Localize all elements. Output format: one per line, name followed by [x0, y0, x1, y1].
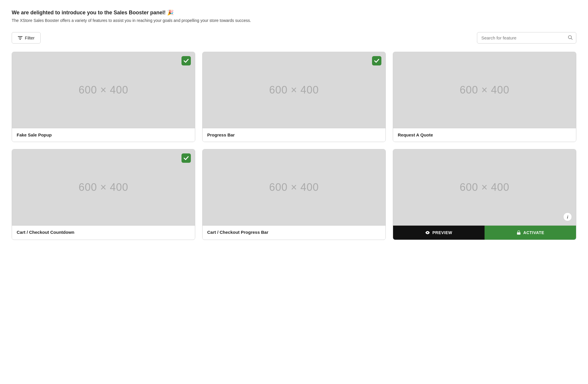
- lock-icon: [516, 230, 521, 235]
- card-image: 600 × 400: [393, 52, 576, 128]
- card-image-dimensions: 600 × 400: [269, 84, 319, 96]
- card-title: Cart / Checkout Progress Bar: [207, 230, 268, 235]
- toolbar: Filter: [12, 32, 576, 44]
- filter-label: Filter: [25, 35, 34, 40]
- card-image: 600 × 400: [12, 149, 195, 225]
- card-request-a-quote: 600 × 400 Request A Quote: [393, 52, 576, 142]
- card-image-dimensions: 600 × 400: [269, 181, 319, 193]
- filter-icon: [18, 36, 23, 40]
- intro-description: The XStore Sales Booster offers a variet…: [12, 18, 576, 23]
- card-progress-bar: 600 × 400 Progress Bar: [202, 52, 386, 142]
- card-footer: Fake Sale Popup: [12, 128, 195, 142]
- activate-button[interactable]: ACTIVATE: [485, 226, 576, 240]
- search-input[interactable]: [477, 32, 576, 44]
- svg-point-2: [427, 232, 428, 233]
- card-fake-sale-popup: 600 × 400 Fake Sale Popup: [12, 52, 195, 142]
- card-image: 600 × 400: [12, 52, 195, 128]
- cards-grid: 600 × 400 Fake Sale Popup 600 × 400 Prog…: [12, 52, 576, 240]
- card-sixth-card: 600 × 400 i PREVIEW ACTIVATE: [393, 149, 576, 240]
- activate-label: ACTIVATE: [523, 230, 544, 235]
- card-title: Cart / Checkout Countdown: [17, 230, 75, 235]
- preview-label: PREVIEW: [432, 230, 452, 235]
- card-title: Progress Bar: [207, 132, 235, 137]
- card-image-dimensions: 600 × 400: [79, 84, 128, 96]
- card-footer: Request A Quote: [393, 128, 576, 142]
- card-title: Fake Sale Popup: [17, 132, 52, 137]
- filter-button[interactable]: Filter: [12, 32, 41, 44]
- card-image: 600 × 400: [203, 149, 385, 225]
- intro-title: We are delighted to introduce you to the…: [12, 9, 576, 16]
- card-footer: Progress Bar: [203, 128, 385, 142]
- search-wrapper: [477, 32, 576, 44]
- card-cart-checkout-countdown: 600 × 400 Cart / Checkout Countdown: [12, 149, 195, 240]
- card-image-dimensions: 600 × 400: [79, 181, 128, 193]
- active-badge: [181, 153, 191, 163]
- card-cart-checkout-progress-bar: 600 × 400 Cart / Checkout Progress Bar: [202, 149, 386, 240]
- card-title: Request A Quote: [398, 132, 433, 137]
- card-image-dimensions: 600 × 400: [460, 84, 509, 96]
- card-action-footer: PREVIEW ACTIVATE: [393, 225, 576, 240]
- card-image-dimensions: 600 × 400: [460, 181, 509, 193]
- card-footer: Cart / Checkout Countdown: [12, 225, 195, 239]
- card-footer: Cart / Checkout Progress Bar: [203, 225, 385, 239]
- preview-button[interactable]: PREVIEW: [393, 226, 485, 240]
- card-image: 600 × 400: [203, 52, 385, 128]
- card-image: 600 × 400 i: [393, 149, 576, 225]
- eye-icon: [425, 230, 430, 235]
- active-badge: [372, 56, 381, 65]
- svg-rect-3: [517, 232, 520, 234]
- active-badge: [181, 56, 191, 65]
- info-badge[interactable]: i: [563, 212, 572, 221]
